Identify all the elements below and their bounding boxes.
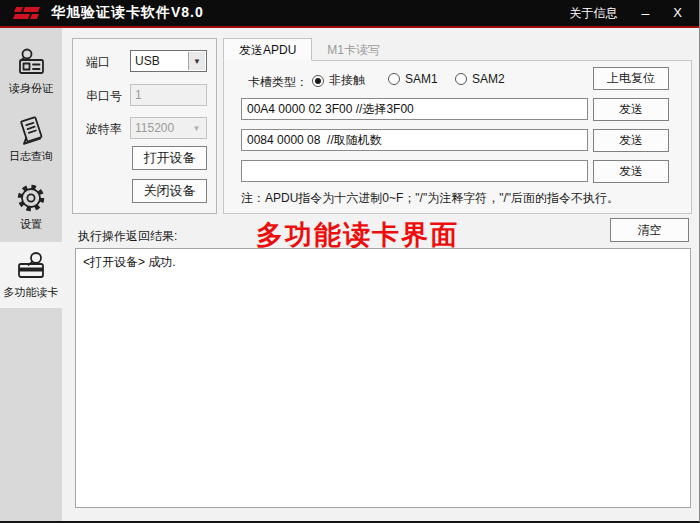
open-device-button[interactable]: 打开设备 [132,146,207,170]
sidebar-item-log-query[interactable]: 日志查询 [0,106,62,172]
log-document-icon [15,114,47,146]
baud-rate-select: 115200 ▼ [130,117,207,139]
apdu-panel: 发送APDU M1卡读写 卡槽类型： 非接触 SAM1 SAM2 上电复位 发送… [223,38,692,214]
close-device-button[interactable]: 关闭设备 [132,179,207,203]
radio-label: SAM2 [472,72,505,86]
apdu-note: 注：APDU指令为十六进制0~F；"/"为注释字符，"/"后面的指令不执行。 [241,190,619,207]
send-button-3[interactable]: 发送 [593,160,669,183]
serial-number-field: 1 [130,84,207,106]
serial-value: 1 [135,88,142,102]
apdu-command-input-1[interactable] [241,98,588,120]
send-apdu-tab-body: 卡槽类型： 非接触 SAM1 SAM2 上电复位 发送 发送 发送 注：APDU… [223,60,692,214]
sidebar-item-label: 日志查询 [9,149,53,164]
sidebar-item-label: 多功能读卡 [4,285,59,300]
send-button-1[interactable]: 发送 [593,98,669,121]
chevron-down-icon: ▼ [188,119,205,137]
port-value: USB [135,54,160,68]
slot-type-label: 卡槽类型： [248,74,308,91]
radio-circle [388,73,400,85]
radio-sam2[interactable]: SAM2 [455,72,505,86]
tab-send-apdu[interactable]: 发送APDU [223,38,312,61]
baud-label: 波特率 [86,121,122,138]
port-select[interactable]: USB ▼ [130,50,207,72]
radio-label: SAM1 [405,72,438,86]
result-label: 执行操作返回结果: [78,228,177,245]
about-button[interactable]: 关于信息 [558,0,630,26]
apdu-command-input-2[interactable] [241,129,588,151]
radio-circle [312,75,324,87]
sidebar-item-label: 设置 [20,217,42,232]
gear-icon [15,182,47,214]
sidebar-item-label: 读身份证 [9,81,53,96]
app-window: 华旭验证读卡软件V8.0 关于信息 – X 读身份证 [0,0,700,523]
power-reset-button[interactable]: 上电复位 [593,67,669,90]
id-card-search-icon [15,46,47,78]
clear-button[interactable]: 清空 [610,218,689,242]
radio-sam1[interactable]: SAM1 [388,72,438,86]
serial-label: 串口号 [86,88,122,105]
close-button[interactable]: X [661,0,694,26]
sidebar: 读身份证 日志查询 设置 [0,28,62,523]
radio-contactless[interactable]: 非接触 [312,72,365,89]
apdu-command-input-3[interactable] [241,160,588,182]
tab-strip: 发送APDU M1卡读写 [223,38,395,61]
device-panel: 端口 USB ▼ 串口号 1 波特率 115200 ▼ 打开设备 关闭设备 [72,38,217,214]
tab-m1-read-write[interactable]: M1卡读写 [312,39,395,61]
sidebar-item-read-id-card[interactable]: 读身份证 [0,38,62,104]
baud-value: 115200 [135,121,174,135]
radio-circle [455,73,467,85]
radio-label: 非接触 [329,72,365,89]
port-label: 端口 [86,54,110,71]
sidebar-item-settings[interactable]: 设置 [0,174,62,240]
result-output[interactable]: <打开设备> 成功. [75,248,691,508]
chevron-down-icon[interactable]: ▼ [188,52,205,70]
card-search-icon [15,250,47,282]
window-title: 华旭验证读卡软件V8.0 [51,4,204,22]
send-button-2[interactable]: 发送 [593,129,669,152]
title-bar: 华旭验证读卡软件V8.0 关于信息 – X [0,0,700,28]
minimize-button[interactable]: – [630,0,662,26]
app-logo-icon [13,5,43,21]
sidebar-item-multifunction-read[interactable]: 多功能读卡 [0,242,62,308]
